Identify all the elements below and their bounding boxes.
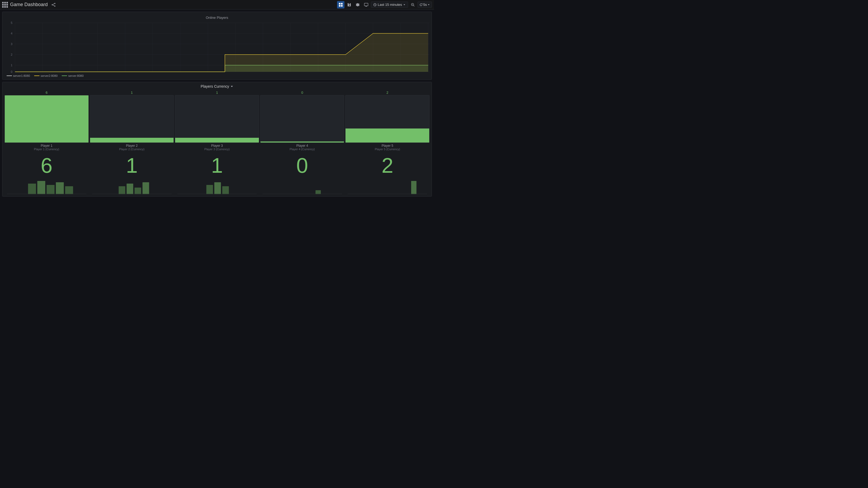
bar-cell-player5: 2 Player 5 Player 5 (Currency) xyxy=(345,91,430,151)
refresh-button[interactable]: 5s xyxy=(417,2,432,8)
bar-value-player2: 1 xyxy=(131,91,133,95)
bar-cell-player1: 6 Player 1 Player 1 (Currency) xyxy=(4,91,89,151)
svg-text:3: 3 xyxy=(11,42,12,45)
refresh-chevron-icon xyxy=(427,3,430,6)
bar-sublabel-player3: Player 3 (Currency) xyxy=(204,148,229,151)
svg-rect-68 xyxy=(142,182,149,194)
header: Game Dashboard xyxy=(0,0,434,9)
svg-rect-7 xyxy=(339,5,340,7)
mini-chart-svg-5 xyxy=(345,178,430,194)
bar-sublabel-player1: Player 1 (Currency) xyxy=(34,148,59,151)
players-currency-panel: Players Currency 6 Player 1 Player 1 (Cu… xyxy=(2,82,432,196)
legend-line-server1 xyxy=(7,75,12,76)
chevron-down-icon xyxy=(403,3,406,6)
bar-cell-player4: 0 Player 4 Player 4 (Currency) xyxy=(260,91,344,151)
legend-label-server2: server2:8080 xyxy=(40,74,58,78)
refresh-icon xyxy=(420,3,423,6)
svg-rect-9 xyxy=(364,3,368,6)
bar-value-player1: 6 xyxy=(45,91,48,95)
mini-chart-svg-3 xyxy=(175,178,259,194)
legend-server1: server1:8080 xyxy=(7,74,30,78)
bar-container-player3 xyxy=(175,95,259,143)
svg-rect-62 xyxy=(56,182,64,194)
tv-icon-btn[interactable] xyxy=(363,1,370,8)
legend-server2: server2:8080 xyxy=(34,74,58,78)
bar-fill-player4 xyxy=(260,142,344,143)
chart-title: Online Players xyxy=(4,14,430,20)
time-range-label: Last 15 minutes xyxy=(378,3,402,7)
svg-rect-63 xyxy=(65,186,73,194)
mini-chart-svg-2 xyxy=(90,178,174,194)
settings-icon-btn[interactable] xyxy=(354,1,362,8)
header-right: Last 15 minutes 5s xyxy=(337,1,432,8)
online-players-panel: Online Players 5 4 3 2 1 0 xyxy=(2,12,432,80)
stats-row: 6 1 1 0 2 xyxy=(2,151,432,178)
dashboard-icon-btn[interactable] xyxy=(337,1,344,8)
bar-fill-player3 xyxy=(175,138,259,143)
bar-label-player2: Player 2 xyxy=(126,144,137,148)
mini-chart-2 xyxy=(90,178,174,194)
stat-number-4: 0 xyxy=(296,155,308,176)
svg-text:1: 1 xyxy=(11,64,12,67)
svg-rect-59 xyxy=(28,184,36,194)
bar-cell-player3: 1 Player 3 Player 3 (Currency) xyxy=(175,91,259,151)
share-button[interactable] xyxy=(50,1,57,8)
bar-label-player1: Player 1 xyxy=(41,144,53,148)
svg-rect-70 xyxy=(207,185,213,194)
svg-point-1 xyxy=(52,4,53,5)
bar-label-player5: Player 5 xyxy=(381,144,393,148)
mini-chart-3 xyxy=(175,178,259,194)
apps-icon xyxy=(2,2,8,8)
currency-chevron-icon xyxy=(230,85,234,88)
legend-line-server2 xyxy=(34,75,39,76)
bar-sublabel-player4: Player 4 (Currency) xyxy=(289,148,315,151)
bar-value-player4: 0 xyxy=(301,91,303,95)
svg-rect-6 xyxy=(341,3,343,4)
svg-text:5: 5 xyxy=(11,21,12,24)
stat-number-1: 6 xyxy=(41,155,53,176)
legend-line-server xyxy=(62,75,67,76)
svg-line-3 xyxy=(53,4,54,4)
mini-chart-1 xyxy=(4,178,89,194)
bar-label-player3: Player 3 xyxy=(211,144,223,148)
svg-rect-74 xyxy=(316,190,321,194)
bar-fill-player2 xyxy=(90,138,174,143)
svg-point-0 xyxy=(54,3,55,4)
legend-label-server: server:8080 xyxy=(68,74,84,78)
save-icon-btn[interactable] xyxy=(345,1,353,8)
mini-chart-svg-4 xyxy=(260,178,344,194)
stat-number-3: 1 xyxy=(211,155,223,176)
stat-number-5: 2 xyxy=(381,155,394,176)
svg-text:2: 2 xyxy=(11,53,12,56)
legend-server: server:8080 xyxy=(62,74,84,78)
mini-chart-5 xyxy=(345,178,430,194)
svg-rect-60 xyxy=(37,181,45,194)
svg-point-2 xyxy=(54,6,55,7)
bar-sublabel-player2: Player 2 (Currency) xyxy=(119,148,145,151)
bar-container-player4 xyxy=(260,95,344,143)
bar-fill-player1 xyxy=(5,95,89,143)
svg-rect-61 xyxy=(46,185,55,194)
refresh-rate-label: 5s xyxy=(423,3,427,7)
bar-label-player4: Player 4 xyxy=(297,144,308,148)
svg-rect-71 xyxy=(214,182,221,194)
bar-cell-player2: 1 Player 2 Player 2 (Currency) xyxy=(90,91,174,151)
bar-value-player5: 2 xyxy=(386,91,389,95)
stat-cell-5: 2 xyxy=(345,153,430,178)
bar-sublabel-player5: Player 5 (Currency) xyxy=(375,148,400,151)
svg-rect-66 xyxy=(126,184,133,194)
legend-label-server1: server1:8080 xyxy=(13,74,30,78)
bar-container-player1 xyxy=(4,95,89,143)
time-range-picker[interactable]: Last 15 minutes xyxy=(371,2,408,8)
stat-cell-1: 6 xyxy=(4,153,89,178)
currency-title-label: Players Currency xyxy=(200,84,229,89)
stat-cell-2: 1 xyxy=(90,153,174,178)
svg-rect-67 xyxy=(134,188,141,194)
chart-svg: 5 4 3 2 1 0 xyxy=(4,20,430,73)
page-title: Game Dashboard xyxy=(10,2,48,7)
svg-rect-8 xyxy=(341,5,343,7)
main-content: Online Players 5 4 3 2 1 0 xyxy=(0,9,434,199)
bar-fill-player5 xyxy=(345,128,429,143)
svg-text:4: 4 xyxy=(11,32,12,35)
zoom-out-icon-btn[interactable] xyxy=(409,1,416,8)
